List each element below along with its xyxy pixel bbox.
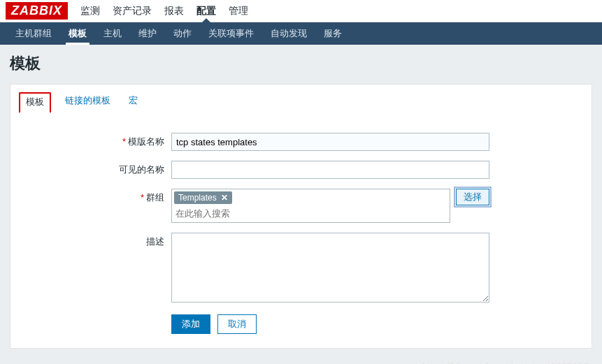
label-description: 描述 (24, 233, 171, 248)
sub-nav-hostgroups[interactable]: 主机群组 (7, 22, 60, 45)
label-groups: *群组 (24, 189, 171, 204)
sub-nav-discovery[interactable]: 自动发现 (262, 22, 315, 45)
sub-nav-maintenance[interactable]: 维护 (130, 22, 165, 45)
top-nav-monitoring[interactable]: 监测 (80, 0, 100, 22)
group-tag-label: Templates (178, 193, 217, 203)
label-visible-name: 可见的名称 (24, 161, 171, 176)
groups-search-input[interactable] (174, 207, 447, 220)
top-nav-inventory[interactable]: 资产记录 (113, 0, 152, 22)
row-description: 描述 (24, 233, 578, 305)
top-nav-configuration[interactable]: 配置 (196, 0, 216, 22)
label-template-name: *模版名称 (24, 133, 171, 148)
top-nav: 监测 资产记录 报表 配置 管理 (80, 0, 248, 22)
remove-tag-icon[interactable]: ✕ (221, 193, 228, 203)
logo: ZABBIX (6, 2, 68, 20)
add-button[interactable]: 添加 (171, 314, 210, 334)
description-textarea[interactable] (171, 233, 489, 303)
form-body: *模版名称 可见的名称 *群组 (10, 112, 592, 348)
page-title: 模板 (10, 53, 592, 74)
tab-template[interactable]: 模板 (19, 92, 51, 112)
row-template-name: *模版名称 (24, 133, 578, 151)
tab-linked-templates[interactable]: 链接的模板 (61, 92, 115, 112)
form-actions: 添加 取消 (171, 314, 578, 334)
page-area: 模板 模板 链接的模板 宏 *模版名称 可见的名称 (0, 45, 602, 364)
groups-multiselect[interactable]: Templates ✕ (171, 189, 450, 223)
row-groups: *群组 Templates ✕ 选择 (24, 189, 578, 223)
required-marker: * (122, 136, 126, 147)
top-header: ZABBIX 监测 资产记录 报表 配置 管理 (0, 0, 602, 22)
watermark: https://blog.csdn.net/weixin_46837396 (422, 361, 588, 364)
sub-nav-templates[interactable]: 模板 (60, 22, 95, 45)
sub-nav-services[interactable]: 服务 (315, 22, 350, 45)
row-visible-name: 可见的名称 (24, 161, 578, 179)
tab-macros[interactable]: 宏 (124, 92, 142, 112)
top-nav-administration[interactable]: 管理 (229, 0, 248, 22)
sub-nav-hosts[interactable]: 主机 (95, 22, 130, 45)
top-nav-reports[interactable]: 报表 (164, 0, 184, 22)
cancel-button[interactable]: 取消 (217, 314, 257, 334)
sub-nav: 主机群组 模板 主机 维护 动作 关联项事件 自动发现 服务 (0, 22, 602, 45)
form-panel: 模板 链接的模板 宏 *模版名称 可见的名称 (10, 84, 592, 349)
sub-nav-correlation[interactable]: 关联项事件 (200, 22, 262, 45)
template-name-input[interactable] (171, 133, 489, 151)
sub-nav-actions[interactable]: 动作 (165, 22, 200, 45)
groups-select-button[interactable]: 选择 (456, 189, 489, 205)
tabs: 模板 链接的模板 宏 (10, 85, 592, 112)
required-marker: * (141, 192, 144, 203)
group-tag-templates: Templates ✕ (174, 191, 232, 204)
visible-name-input[interactable] (171, 161, 489, 179)
